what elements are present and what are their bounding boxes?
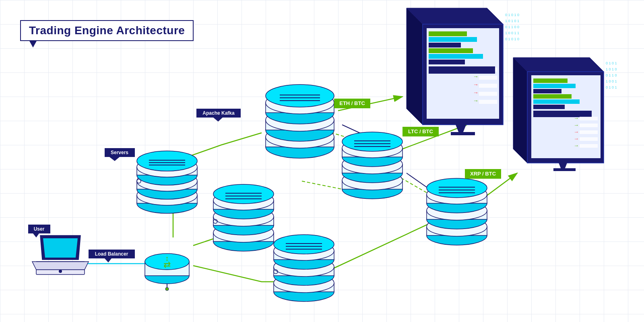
title-box: Trading Engine Architecture [20, 20, 194, 41]
page-title: Trading Engine Architecture [29, 24, 185, 37]
grid-background [0, 0, 644, 322]
title-arrow [29, 40, 37, 47]
